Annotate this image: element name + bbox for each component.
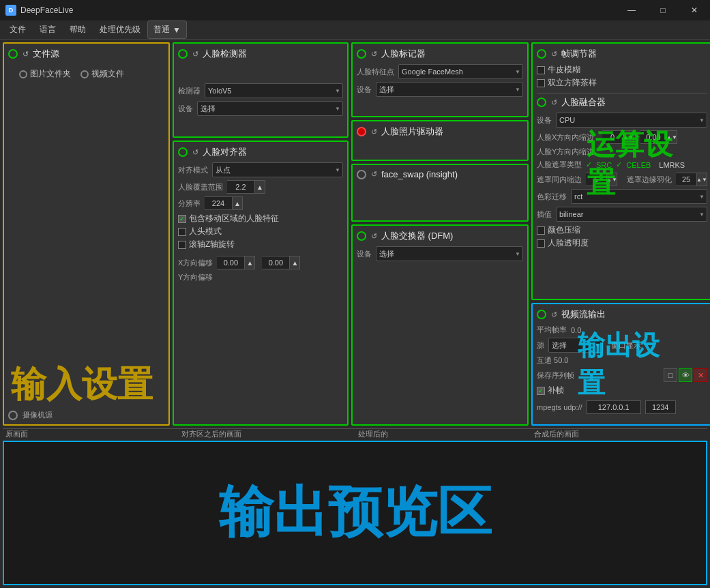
landmark-device-row: 设备 选择	[357, 82, 523, 97]
resolution-row: 分辨率 ▲	[178, 196, 343, 210]
video-output-power[interactable]	[537, 310, 546, 319]
interpolation-select[interactable]: bilinear	[556, 207, 707, 222]
face-align-power[interactable]	[178, 147, 188, 157]
cb-color-compression-box	[537, 226, 545, 235]
priority-dropdown[interactable]: 普通 ▼	[147, 20, 187, 39]
video-output-title: 视频流输出	[561, 308, 606, 321]
erosion-blur-row: 遮罩同内缩边 ▲▼ 遮罩边缘羽化 ▲▼	[537, 173, 707, 186]
cb-head-mode[interactable]: 人头模式	[178, 226, 343, 237]
cb-color-compression[interactable]: 颜色压缩	[537, 224, 707, 236]
face-merger-power[interactable]	[537, 98, 546, 107]
blur-spinner: ▲▼	[676, 173, 707, 186]
face-merger-header: ↺ 人脸融合器	[537, 96, 707, 108]
dfm-device-select[interactable]: 选择	[376, 246, 523, 261]
menu-file[interactable]: 文件	[3, 21, 33, 38]
video-output-header: ↺ 视频流输出	[537, 308, 707, 321]
face-swap-dfm-refresh[interactable]: ↺	[369, 231, 379, 241]
cb-denoise[interactable]: 双立方降茶样	[537, 77, 707, 89]
video-output-refresh[interactable]: ↺	[549, 310, 559, 319]
preview-label-0: 原画面	[3, 428, 179, 441]
face-swap-dfm-panel: ↺ 人脸交换器 (DFM) 设备 选择	[351, 224, 529, 426]
stream-url-row: mpegts udp://	[537, 400, 707, 414]
maximize-button[interactable]: □	[647, 0, 679, 20]
face-x-input2[interactable]	[640, 130, 666, 144]
menu-priority[interactable]: 处理优先级	[93, 21, 147, 38]
color-transfer-select[interactable]: rct	[571, 189, 707, 204]
radio-image-folder[interactable]: 图片文件夹	[19, 68, 71, 80]
feature-select[interactable]: Google FaceMesh	[398, 64, 523, 79]
merger-device-select[interactable]: CPU	[556, 113, 707, 128]
resolution-spinner: ▲	[205, 196, 243, 210]
camera-power-btn[interactable]	[8, 411, 18, 420]
source-row: 源 选择 窗口显示	[537, 338, 707, 353]
cb-supplement[interactable]: 补帧	[537, 385, 707, 396]
face-swap-insight-refresh[interactable]: ↺	[369, 170, 379, 179]
detector-select-wrapper: YoloV5	[205, 83, 343, 98]
face-landmark-power[interactable]	[357, 49, 366, 59]
face-landmark-header: ↺ 人脸标记器	[357, 48, 523, 60]
blur-input[interactable]	[676, 173, 696, 186]
cb-supplement-box	[537, 387, 545, 395]
cb-face-opacity-box	[537, 239, 545, 248]
video-output-panel: ↺ 视频流输出 平均帧率 0.0 源 选择 窗口显示	[531, 303, 710, 426]
x-offset-input2[interactable]	[262, 256, 289, 269]
face-merger-refresh[interactable]: ↺	[549, 98, 559, 107]
preview-row: 原画面 对齐区之后的画面 处理后的 合成后的画面 输出预览区	[0, 428, 710, 588]
input-power-btn[interactable]	[8, 49, 18, 59]
color-transfer-row: 色彩迁移 rct	[537, 189, 707, 204]
face-landmark-refresh[interactable]: ↺	[369, 49, 379, 59]
cb-face-opacity[interactable]: 人脸透明度	[537, 237, 707, 249]
feature-row: 人脸特征点 Google FaceMesh	[357, 64, 523, 79]
radio-circle-video	[80, 70, 89, 78]
face-x-up1[interactable]: ▲▼	[623, 130, 634, 144]
face-align-refresh[interactable]: ↺	[190, 147, 200, 157]
face-swap-dfm-power[interactable]	[357, 231, 366, 241]
face-photo-refresh[interactable]: ↺	[369, 127, 379, 136]
keep-frames-row: 保存序列帧 □ 👁 ✕	[537, 368, 707, 382]
keep-frames-btn1[interactable]: □	[664, 368, 677, 382]
landmark-device-select[interactable]: 选择	[376, 82, 523, 97]
face-detect-refresh[interactable]: ↺	[190, 49, 200, 59]
blur-up[interactable]: ▲▼	[696, 173, 707, 186]
input-refresh-btn[interactable]: ↺	[20, 49, 30, 59]
face-swap-insight-power[interactable]	[357, 170, 366, 179]
face-x-input1[interactable]	[602, 130, 623, 144]
face-merger-title: 人脸融合器	[561, 96, 606, 108]
preview-overlay-text: 输出预览区	[219, 476, 492, 550]
detect-device-select[interactable]: 选择	[197, 101, 343, 116]
keep-frames-eye[interactable]: 👁	[679, 368, 692, 382]
cb-include-moving-box	[178, 215, 186, 223]
coverage-up[interactable]: ▲	[254, 180, 265, 194]
cb-include-moving[interactable]: 包含移动区域的人脸特征	[178, 213, 343, 224]
close-button[interactable]: ✕	[679, 0, 710, 20]
frame-adjuster-power[interactable]	[537, 49, 546, 59]
ip-input[interactable]	[587, 400, 641, 414]
detect-device-row: 设备 选择	[178, 101, 343, 116]
x-offset-up2[interactable]: ▲	[289, 256, 300, 269]
face-x-up2[interactable]: ▲▼	[666, 130, 677, 144]
face-x-spinner1: ▲▼	[602, 130, 634, 144]
align-mode-select[interactable]: 从点	[212, 162, 343, 177]
face-detect-power[interactable]	[178, 49, 188, 59]
face-type-row: 人脸遮罩类型 ✓ SRC ✓ CELEB LMRKS	[537, 160, 707, 170]
coverage-input[interactable]	[227, 180, 254, 194]
keep-frames-controls: □ 👁 ✕	[664, 368, 707, 382]
port-input[interactable]	[645, 400, 676, 414]
detector-select[interactable]: YoloV5	[205, 83, 343, 98]
vo-source-select[interactable]: 选择	[548, 338, 603, 353]
x-offset-up[interactable]: ▲	[244, 256, 255, 269]
minimize-button[interactable]: —	[616, 0, 647, 20]
menu-help[interactable]: 帮助	[63, 21, 93, 38]
window-controls[interactable]: — □ ✕	[616, 0, 710, 20]
radio-video-file[interactable]: 视频文件	[80, 68, 124, 80]
frame-adjuster-refresh[interactable]: ↺	[549, 49, 559, 59]
keep-frames-close[interactable]: ✕	[694, 368, 707, 382]
resolution-up[interactable]: ▲	[232, 196, 243, 210]
menu-language[interactable]: 语言	[33, 21, 63, 38]
cb-roll-z[interactable]: 滚轴Z轴旋转	[178, 239, 343, 250]
erosion-up[interactable]: ▲▼	[606, 173, 617, 186]
cb-sharpen[interactable]: 牛皮模糊	[537, 64, 707, 76]
erosion-input[interactable]	[586, 173, 606, 186]
resolution-input[interactable]	[205, 196, 232, 210]
x-offset-input[interactable]	[217, 256, 244, 269]
